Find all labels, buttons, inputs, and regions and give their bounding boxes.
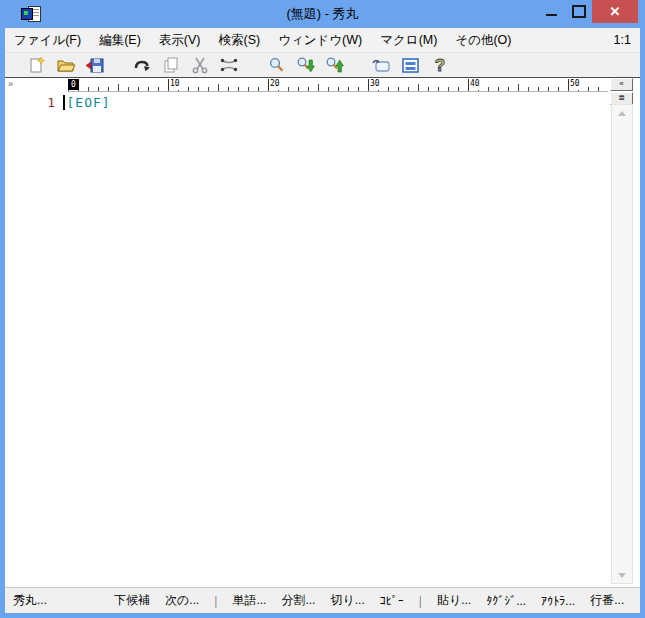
statusbar-divider: |: [214, 594, 217, 608]
ruler-origin-marker: 0: [68, 79, 79, 90]
menu-macro[interactable]: マクロ(M): [371, 28, 446, 52]
hidemaru-window: (無題) - 秀丸 ✕ ファイル(F) 編集(E) 表示(V) 検索(S) ウィ…: [0, 0, 645, 618]
statusbar-item[interactable]: 切り...: [330, 592, 364, 609]
menu-file[interactable]: ファイル(F): [5, 28, 90, 52]
menu-others[interactable]: その他(O): [446, 28, 520, 52]
text-caret: [63, 95, 65, 110]
statusbar-item[interactable]: 秀丸...: [13, 592, 47, 609]
ruler-mark: 40: [468, 79, 480, 90]
column-ruler: 0 1020304050: [68, 79, 608, 92]
statusbar-item[interactable]: 下候補: [114, 592, 150, 609]
menu-window[interactable]: ウィンドウ(W): [269, 28, 371, 52]
statusbar: 秀丸...下候補次の...|単語...分割...切り...ｺﾋﾟｰ|貼り...ﾀ…: [5, 587, 640, 613]
cut-icon[interactable]: [190, 55, 210, 75]
replace-icon[interactable]: [371, 55, 391, 75]
scroll-up-icon: [618, 111, 626, 116]
window-split-icon[interactable]: [400, 55, 420, 75]
ruler-collapse-right-button[interactable]: «: [610, 78, 633, 91]
statusbar-item[interactable]: ｺﾋﾟｰ: [380, 594, 404, 608]
ruler-mid-ticks: [68, 84, 608, 91]
statusbar-item[interactable]: 行番...: [590, 592, 624, 609]
statusbar-item[interactable]: 貼り...: [437, 592, 471, 609]
scroll-down-button[interactable]: [612, 567, 632, 583]
scroll-up-button[interactable]: [612, 105, 632, 121]
maximize-icon: [572, 5, 586, 18]
save-icon[interactable]: [85, 55, 105, 75]
editor-area[interactable]: » 0 1020304050 « ≣ 1 [EOF]: [5, 77, 640, 588]
statusbar-item[interactable]: ｱｳﾄﾗ...: [541, 594, 575, 608]
undo-icon[interactable]: [132, 55, 152, 75]
ruler-collapse-left-button[interactable]: »: [8, 79, 13, 90]
paste-icon[interactable]: [219, 55, 239, 75]
close-icon: ✕: [610, 4, 621, 19]
menubar: ファイル(F) 編集(E) 表示(V) 検索(S) ウィンドウ(W) マクロ(M…: [5, 28, 640, 53]
ruler-mark: 30: [368, 79, 380, 90]
eof-marker: [EOF]: [67, 95, 111, 110]
ruler-mark: 10: [168, 79, 180, 90]
help-icon[interactable]: ?: [429, 55, 449, 75]
statusbar-divider: |: [419, 594, 422, 608]
titlebar: (無題) - 秀丸 ✕: [0, 0, 645, 28]
editor-line-1[interactable]: 1 [EOF]: [5, 94, 111, 110]
find-icon[interactable]: [266, 55, 286, 75]
scroll-down-icon: [618, 573, 626, 578]
svg-text:?: ?: [435, 56, 445, 75]
line-number: 1: [5, 95, 55, 110]
menu-edit[interactable]: 編集(E): [90, 28, 150, 52]
copy-icon[interactable]: [161, 55, 181, 75]
minimize-icon: [546, 14, 557, 16]
statusbar-item[interactable]: 次の...: [165, 592, 199, 609]
menu-view[interactable]: 表示(V): [150, 28, 210, 52]
toolbar: ?: [5, 53, 640, 77]
menu-search[interactable]: 検索(S): [209, 28, 269, 52]
new-file-icon[interactable]: [27, 55, 47, 75]
open-icon[interactable]: [56, 55, 76, 75]
ruler-mark: 20: [268, 79, 280, 90]
minimize-button[interactable]: [538, 0, 565, 23]
statusbar-item[interactable]: 分割...: [281, 592, 315, 609]
find-next-icon[interactable]: [295, 55, 315, 75]
ruler-mark: 50: [568, 79, 580, 90]
statusbar-item[interactable]: 単語...: [232, 592, 266, 609]
vertical-scrollbar[interactable]: [611, 104, 633, 584]
statusbar-item[interactable]: ﾀｸﾞｼﾞ...: [486, 594, 526, 608]
close-button[interactable]: ✕: [592, 0, 638, 23]
cursor-position-indicator: 1:1: [614, 33, 631, 47]
find-prev-icon[interactable]: [324, 55, 344, 75]
maximize-button[interactable]: [565, 0, 592, 23]
